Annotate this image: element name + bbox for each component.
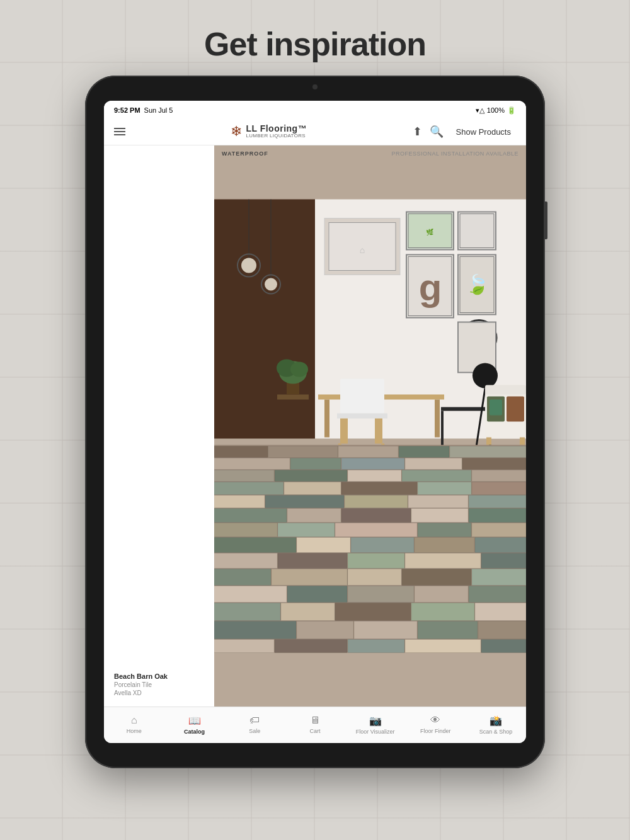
- search-button[interactable]: 🔍: [430, 125, 444, 139]
- show-products-button[interactable]: Show Products: [451, 125, 516, 139]
- app-header: ❄ LL Flooring™ LUMBER LIQUIDATORS ⬆ 🔍 Sh…: [104, 118, 526, 145]
- page-title: Get inspiration: [204, 25, 426, 63]
- side-button: [545, 201, 547, 239]
- svg-rect-60: [214, 458, 290, 470]
- svg-rect-71: [284, 482, 341, 495]
- catalog-icon: 📖: [188, 715, 201, 727]
- svg-rect-59: [450, 446, 526, 458]
- svg-rect-109: [469, 586, 526, 603]
- logo-name: LL Flooring™: [246, 124, 307, 133]
- svg-rect-70: [214, 482, 284, 495]
- product-name: Beach Barn Oak: [114, 673, 204, 680]
- svg-rect-110: [214, 603, 280, 621]
- tab-catalog[interactable]: 📖 Catalog: [173, 715, 217, 735]
- svg-rect-0: [214, 200, 315, 439]
- svg-rect-105: [214, 586, 287, 603]
- svg-rect-81: [287, 509, 341, 523]
- svg-rect-50: [507, 397, 524, 422]
- svg-text:g: g: [419, 266, 442, 309]
- svg-rect-76: [265, 496, 344, 508]
- svg-rect-121: [275, 640, 347, 653]
- svg-text:⌂: ⌂: [360, 245, 365, 255]
- header-left: [114, 128, 125, 135]
- svg-text:🍃: 🍃: [466, 273, 490, 296]
- tab-cart[interactable]: 🖥 Cart: [293, 715, 337, 734]
- svg-rect-65: [214, 470, 274, 482]
- svg-rect-34: [337, 414, 387, 419]
- svg-rect-97: [348, 553, 404, 569]
- tab-floor-visualizer-label: Floor Visualizer: [356, 729, 395, 735]
- tab-cart-label: Cart: [309, 728, 320, 734]
- tab-sale-label: Sale: [249, 728, 260, 734]
- svg-rect-115: [214, 621, 296, 639]
- tab-floor-visualizer[interactable]: 📷 Floor Visualizer: [353, 715, 398, 735]
- product-info: Beach Barn Oak Porcelain Tile Avella XD: [114, 673, 204, 696]
- svg-rect-64: [462, 458, 526, 470]
- logo: ❄ LL Flooring™ LUMBER LIQUIDATORS: [231, 123, 307, 140]
- svg-rect-68: [402, 470, 471, 482]
- svg-rect-69: [472, 470, 526, 482]
- svg-rect-89: [472, 523, 526, 537]
- svg-rect-73: [418, 482, 471, 495]
- battery-icon: 🔋: [507, 106, 516, 115]
- menu-button[interactable]: [114, 128, 125, 135]
- svg-rect-104: [472, 569, 526, 586]
- image-labels: WATERPROOF PROFESSIONAL INSTALLATION AVA…: [214, 145, 526, 162]
- svg-rect-56: [268, 446, 338, 458]
- svg-point-21: [241, 258, 256, 273]
- tab-home-label: Home: [127, 728, 142, 734]
- tab-scan-shop-label: Scan & Shop: [479, 729, 513, 735]
- left-panel: Beach Barn Oak Porcelain Tile Avella XD: [104, 145, 214, 707]
- svg-rect-106: [287, 586, 347, 603]
- svg-rect-32: [435, 400, 440, 438]
- svg-point-24: [265, 278, 277, 291]
- waterproof-badge: WATERPROOF: [222, 150, 268, 157]
- floor-visualizer-icon: 📷: [369, 715, 382, 727]
- install-badge: PROFESSIONAL INSTALLATION AVAILABLE: [391, 150, 518, 157]
- svg-rect-40: [441, 411, 444, 449]
- svg-rect-117: [354, 621, 417, 639]
- content-area: Beach Barn Oak Porcelain Tile Avella XD …: [104, 145, 526, 707]
- tab-sale[interactable]: 🏷 Sale: [232, 715, 277, 734]
- svg-rect-79: [469, 496, 526, 508]
- share-button[interactable]: ⬆: [413, 125, 422, 139]
- tab-scan-shop[interactable]: 📸 Scan & Shop: [474, 715, 518, 735]
- svg-point-42: [472, 363, 498, 389]
- tab-home[interactable]: ⌂ Home: [112, 715, 156, 734]
- ipad-screen: 9:52 PM Sun Jul 5 ▾△ 100% 🔋 ❄: [104, 101, 526, 743]
- svg-rect-107: [348, 586, 414, 603]
- svg-rect-77: [345, 496, 408, 508]
- svg-rect-87: [335, 523, 417, 537]
- svg-rect-53: [520, 438, 525, 445]
- logo-icon: ❄: [231, 123, 242, 140]
- svg-rect-94: [475, 538, 526, 553]
- svg-rect-80: [214, 509, 287, 523]
- content-body: Beach Barn Oak Porcelain Tile Avella XD …: [104, 145, 526, 707]
- svg-rect-9: [460, 214, 494, 248]
- tab-floor-finder[interactable]: 👁 Floor Finder: [413, 715, 457, 734]
- header-center: ❄ LL Flooring™ LUMBER LIQUIDATORS: [231, 123, 307, 140]
- svg-rect-100: [214, 569, 271, 586]
- cart-icon: 🖥: [310, 715, 320, 726]
- svg-rect-92: [351, 538, 414, 553]
- svg-point-29: [290, 362, 308, 377]
- svg-rect-61: [290, 458, 341, 470]
- svg-rect-85: [214, 523, 277, 537]
- svg-rect-95: [214, 553, 277, 569]
- svg-rect-63: [405, 458, 462, 470]
- ipad-frame: 9:52 PM Sun Jul 5 ▾△ 100% 🔋 ❄: [85, 76, 545, 768]
- svg-rect-108: [415, 586, 468, 603]
- svg-rect-101: [272, 569, 347, 586]
- scan-shop-icon: 📸: [490, 715, 502, 727]
- status-bar: 9:52 PM Sun Jul 5 ▾△ 100% 🔋: [104, 101, 526, 118]
- main-image-area: WATERPROOF PROFESSIONAL INSTALLATION AVA…: [214, 145, 526, 707]
- home-icon: ⌂: [131, 715, 137, 726]
- svg-rect-83: [411, 509, 468, 523]
- hamburger-line-3: [114, 134, 125, 135]
- svg-rect-88: [418, 523, 471, 537]
- svg-text:🌿: 🌿: [426, 228, 434, 236]
- svg-rect-99: [481, 553, 526, 569]
- svg-rect-39: [441, 407, 491, 411]
- svg-rect-118: [418, 621, 478, 639]
- svg-rect-78: [408, 496, 468, 508]
